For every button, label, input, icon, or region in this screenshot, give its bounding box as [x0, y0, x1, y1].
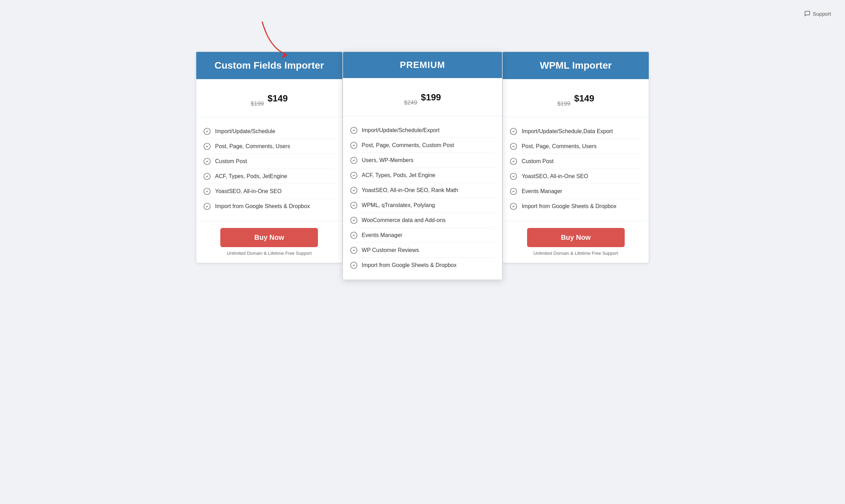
feature-text: Users, WP-Members	[362, 157, 413, 163]
feature-text: Custom Post	[215, 158, 247, 165]
features-list-premium: Import/Update/Schedule/Export Post, Page…	[343, 116, 502, 280]
list-item: Import from Google Sheets & Dropbox	[203, 199, 335, 214]
list-item: Custom Post	[203, 154, 335, 169]
feature-text: ACF, Types, Pods, JetEngine	[215, 173, 287, 180]
list-item: Import/Update/Schedule,Data Export	[510, 124, 642, 139]
feature-text: ACF, Types, Pods, Jet Engine	[362, 172, 435, 178]
feature-text: YoastSEO, All-in-One SEO, Rank Math	[362, 187, 458, 193]
top-bar: Support	[7, 7, 838, 24]
check-icon	[350, 142, 358, 149]
check-icon	[510, 128, 517, 135]
feature-text: Post, Page, Comments, Users	[522, 143, 596, 150]
feature-text: Post, Page, Comments, Custom Post	[362, 142, 454, 148]
list-item: ACF, Types, Pods, JetEngine	[203, 169, 335, 184]
feature-text: Import from Google Sheets & Dropbox	[362, 262, 457, 268]
feature-text: YoastSEO, All-in-One SEO	[215, 188, 282, 194]
feature-text: WPML, qTranslatex, Polylang	[362, 202, 435, 208]
feature-text: Custom Post	[522, 158, 554, 165]
list-item: Import from Google Sheets & Dropbox	[350, 258, 495, 273]
price-number-1: 199	[426, 92, 441, 103]
check-icon	[203, 188, 211, 195]
price-section-premium: $249 $199	[343, 78, 502, 116]
footer-text-wpml: Unlimited Domain & Lifetime Free Support	[510, 251, 642, 256]
price-current-wpml: $149	[574, 89, 594, 109]
check-icon	[203, 173, 211, 180]
feature-text: Events Manager	[522, 188, 562, 194]
price-current-custom-fields: $149	[268, 89, 288, 109]
check-icon	[350, 261, 358, 269]
check-icon	[510, 188, 517, 195]
card-header-premium: PREMIUM	[343, 52, 502, 78]
list-item: Post, Page, Comments, Users	[203, 139, 335, 154]
card-title-wpml: WPML Importer	[510, 60, 642, 71]
check-icon	[350, 127, 358, 134]
feature-text: WP Customer Reviews	[362, 247, 419, 253]
list-item: YoastSEO, All-in-One SEO	[203, 184, 335, 199]
feature-text: WooCommerce data and Add-ons	[362, 217, 446, 223]
price-original-premium: $249	[404, 99, 417, 106]
features-list-wpml: Import/Update/Schedule,Data Export Post,…	[503, 117, 649, 221]
card-premium: PREMIUM $249 $199 Import/Update/Schedule…	[343, 52, 503, 280]
buy-now-button-custom-fields[interactable]: Buy Now	[220, 228, 318, 247]
check-icon	[350, 231, 358, 239]
feature-text: Events Manager	[362, 232, 403, 238]
check-icon	[350, 171, 358, 179]
list-item: Events Manager	[510, 184, 642, 199]
card-header-wpml: WPML Importer	[503, 52, 649, 79]
currency-symbol-1: $	[421, 92, 426, 103]
check-icon	[350, 216, 358, 224]
price-section-wpml: $199 $149	[503, 79, 649, 117]
price-number-0: 149	[273, 93, 288, 104]
list-item: WooCommerce data and Add-ons	[350, 213, 495, 228]
check-icon	[510, 158, 517, 165]
check-icon	[510, 203, 517, 210]
check-icon	[350, 246, 358, 254]
list-item: Users, WP-Members	[350, 153, 495, 168]
list-item: YoastSEO, All-in-One SEO, Rank Math	[350, 183, 495, 198]
check-icon	[203, 143, 211, 150]
check-icon	[350, 201, 358, 209]
feature-text: YoastSEO, All-in-One SEO	[522, 173, 588, 180]
support-link[interactable]: Support	[804, 10, 831, 17]
list-item: Import/Update/Schedule/Export	[350, 123, 495, 138]
premium-label: PREMIUM	[350, 60, 495, 70]
price-section-custom-fields: $199 $149	[196, 79, 342, 117]
card-header-custom-fields: Custom Fields Importer	[196, 52, 342, 79]
list-item: YoastSEO, All-in-One SEO	[510, 169, 642, 184]
support-label: Support	[813, 11, 831, 17]
list-item: ACF, Types, Pods, Jet Engine	[350, 168, 495, 183]
feature-text: Post, Page, Comments, Users	[215, 143, 290, 150]
card-title-custom-fields: Custom Fields Importer	[203, 60, 335, 71]
card-wpml: WPML Importer $199 $149 Import/Update/Sc…	[502, 52, 649, 263]
price-original-custom-fields: $199	[251, 100, 264, 107]
currency-symbol-2: $	[574, 93, 579, 104]
check-icon	[203, 203, 211, 210]
card-footer-custom-fields: Buy Now Unlimited Domain & Lifetime Free…	[196, 221, 342, 263]
buy-now-button-wpml[interactable]: Buy Now	[527, 228, 625, 247]
features-list-custom-fields: Import/Update/Schedule Post, Page, Comme…	[196, 117, 342, 221]
price-current-premium: $199	[421, 88, 441, 108]
list-item: WPML, qTranslatex, Polylang	[350, 198, 495, 213]
footer-text-custom-fields: Unlimited Domain & Lifetime Free Support	[203, 251, 335, 256]
check-icon	[350, 186, 358, 194]
currency-symbol-0: $	[268, 93, 273, 104]
list-item: WP Customer Reviews	[350, 243, 495, 258]
card-custom-fields: Custom Fields Importer $199 $149 Import/…	[196, 52, 343, 263]
feature-text: Import from Google Sheets & Dropbox	[522, 203, 616, 209]
feature-text: Import from Google Sheets & Dropbox	[215, 203, 310, 209]
list-item: Custom Post	[510, 154, 642, 169]
check-icon	[203, 158, 211, 165]
feature-text: Import/Update/Schedule	[215, 128, 275, 135]
feature-text: Import/Update/Schedule/Export	[362, 127, 440, 133]
price-original-wpml: $199	[557, 100, 571, 107]
check-icon	[203, 128, 211, 135]
list-item: Import/Update/Schedule	[203, 124, 335, 139]
card-footer-wpml: Buy Now Unlimited Domain & Lifetime Free…	[503, 221, 649, 263]
list-item: Events Manager	[350, 228, 495, 243]
check-icon	[510, 173, 517, 180]
pricing-container: This one Custom Fields Importer $199 $14…	[196, 24, 649, 280]
list-item: Import from Google Sheets & Dropbox	[510, 199, 642, 214]
support-icon	[804, 10, 810, 17]
check-icon	[510, 143, 517, 150]
list-item: Post, Page, Comments, Users	[510, 139, 642, 154]
